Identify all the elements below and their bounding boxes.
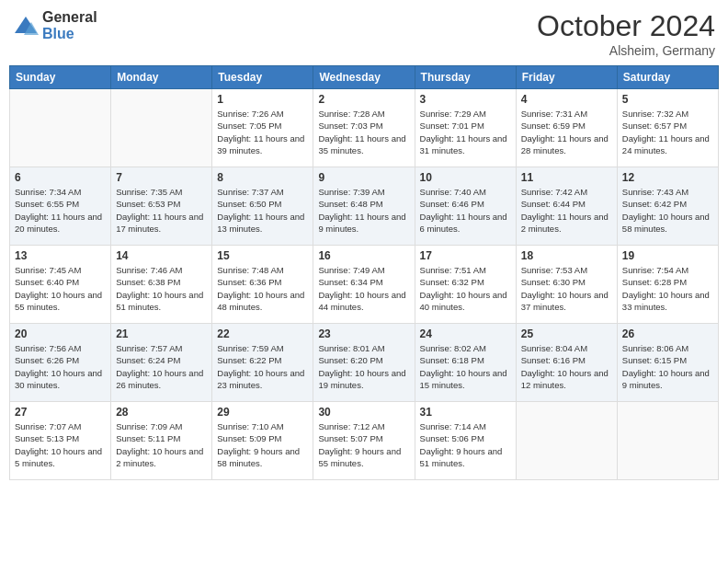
day-info: Sunrise: 7:46 AM Sunset: 6:38 PM Dayligh… <box>116 264 207 313</box>
day-info: Sunrise: 7:56 AM Sunset: 6:26 PM Dayligh… <box>15 342 106 391</box>
calendar-day-cell: 19Sunrise: 7:54 AM Sunset: 6:28 PM Dayli… <box>617 246 718 324</box>
page-header: General Blue October 2024 Alsheim, Germa… <box>9 9 719 58</box>
calendar-day-cell: 8Sunrise: 7:37 AM Sunset: 6:50 PM Daylig… <box>212 167 313 246</box>
day-info: Sunrise: 7:39 AM Sunset: 6:48 PM Dayligh… <box>318 186 409 235</box>
logo-text: General Blue <box>42 9 97 41</box>
calendar-week-row: 27Sunrise: 7:07 AM Sunset: 5:13 PM Dayli… <box>10 402 719 480</box>
calendar-day-cell: 1Sunrise: 7:26 AM Sunset: 7:05 PM Daylig… <box>212 89 313 167</box>
day-number: 27 <box>15 406 106 419</box>
logo-icon <box>13 13 39 39</box>
calendar-day-cell: 25Sunrise: 8:04 AM Sunset: 6:16 PM Dayli… <box>516 324 617 402</box>
calendar-day-cell: 4Sunrise: 7:31 AM Sunset: 6:59 PM Daylig… <box>516 89 617 167</box>
day-number: 25 <box>521 327 612 340</box>
calendar-week-row: 6Sunrise: 7:34 AM Sunset: 6:55 PM Daylig… <box>10 167 719 246</box>
day-info: Sunrise: 7:59 AM Sunset: 6:22 PM Dayligh… <box>217 342 308 391</box>
calendar-week-row: 20Sunrise: 7:56 AM Sunset: 6:26 PM Dayli… <box>10 324 719 402</box>
day-info: Sunrise: 7:57 AM Sunset: 6:24 PM Dayligh… <box>116 342 207 391</box>
title-area: October 2024 Alsheim, Germany <box>537 9 715 58</box>
weekday-header: Thursday <box>415 66 516 89</box>
day-number: 18 <box>521 249 612 262</box>
day-number: 7 <box>116 171 207 184</box>
day-info: Sunrise: 7:45 AM Sunset: 6:40 PM Dayligh… <box>15 264 106 313</box>
day-info: Sunrise: 7:53 AM Sunset: 6:30 PM Dayligh… <box>521 264 612 313</box>
day-info: Sunrise: 7:28 AM Sunset: 7:03 PM Dayligh… <box>318 108 409 156</box>
calendar-day-cell: 20Sunrise: 7:56 AM Sunset: 6:26 PM Dayli… <box>10 324 111 402</box>
calendar-day-cell: 28Sunrise: 7:09 AM Sunset: 5:11 PM Dayli… <box>111 402 212 480</box>
day-number: 26 <box>622 327 713 340</box>
day-info: Sunrise: 7:40 AM Sunset: 6:46 PM Dayligh… <box>420 186 511 235</box>
calendar-day-cell <box>617 402 718 480</box>
day-number: 5 <box>622 93 713 106</box>
day-number: 4 <box>521 93 612 106</box>
calendar-week-row: 13Sunrise: 7:45 AM Sunset: 6:40 PM Dayli… <box>10 246 719 324</box>
calendar-day-cell: 5Sunrise: 7:32 AM Sunset: 6:57 PM Daylig… <box>617 89 718 167</box>
weekday-header: Sunday <box>10 66 111 89</box>
calendar-day-cell: 15Sunrise: 7:48 AM Sunset: 6:36 PM Dayli… <box>212 246 313 324</box>
day-number: 9 <box>318 171 409 184</box>
day-number: 15 <box>217 249 308 262</box>
calendar-day-cell: 2Sunrise: 7:28 AM Sunset: 7:03 PM Daylig… <box>313 89 415 167</box>
calendar-day-cell: 23Sunrise: 8:01 AM Sunset: 6:20 PM Dayli… <box>313 324 415 402</box>
day-number: 22 <box>217 327 308 340</box>
calendar-day-cell: 17Sunrise: 7:51 AM Sunset: 6:32 PM Dayli… <box>415 246 516 324</box>
day-number: 28 <box>116 406 207 419</box>
calendar-day-cell: 24Sunrise: 8:02 AM Sunset: 6:18 PM Dayli… <box>415 324 516 402</box>
day-info: Sunrise: 7:42 AM Sunset: 6:44 PM Dayligh… <box>521 186 612 235</box>
calendar-day-cell: 3Sunrise: 7:29 AM Sunset: 7:01 PM Daylig… <box>415 89 516 167</box>
day-number: 30 <box>318 406 409 419</box>
calendar-day-cell: 6Sunrise: 7:34 AM Sunset: 6:55 PM Daylig… <box>10 167 111 246</box>
calendar-day-cell: 26Sunrise: 8:06 AM Sunset: 6:15 PM Dayli… <box>617 324 718 402</box>
day-info: Sunrise: 7:49 AM Sunset: 6:34 PM Dayligh… <box>318 264 409 313</box>
location: Alsheim, Germany <box>537 43 715 58</box>
day-number: 12 <box>622 171 713 184</box>
day-info: Sunrise: 7:31 AM Sunset: 6:59 PM Dayligh… <box>521 108 612 156</box>
day-number: 3 <box>420 93 511 106</box>
calendar-day-cell: 14Sunrise: 7:46 AM Sunset: 6:38 PM Dayli… <box>111 246 212 324</box>
calendar-day-cell: 18Sunrise: 7:53 AM Sunset: 6:30 PM Dayli… <box>516 246 617 324</box>
day-info: Sunrise: 7:09 AM Sunset: 5:11 PM Dayligh… <box>116 420 207 469</box>
day-number: 16 <box>318 249 409 262</box>
day-number: 20 <box>15 327 106 340</box>
day-number: 14 <box>116 249 207 262</box>
day-number: 19 <box>622 249 713 262</box>
day-number: 17 <box>420 249 511 262</box>
calendar-day-cell: 9Sunrise: 7:39 AM Sunset: 6:48 PM Daylig… <box>313 167 415 246</box>
calendar-day-cell: 13Sunrise: 7:45 AM Sunset: 6:40 PM Dayli… <box>10 246 111 324</box>
day-info: Sunrise: 7:07 AM Sunset: 5:13 PM Dayligh… <box>15 420 106 469</box>
calendar-day-cell: 29Sunrise: 7:10 AM Sunset: 5:09 PM Dayli… <box>212 402 313 480</box>
day-info: Sunrise: 7:26 AM Sunset: 7:05 PM Dayligh… <box>217 108 308 156</box>
calendar-day-cell: 11Sunrise: 7:42 AM Sunset: 6:44 PM Dayli… <box>516 167 617 246</box>
weekday-header: Tuesday <box>212 66 313 89</box>
weekday-header: Friday <box>516 66 617 89</box>
day-number: 1 <box>217 93 308 106</box>
day-number: 10 <box>420 171 511 184</box>
day-info: Sunrise: 8:02 AM Sunset: 6:18 PM Dayligh… <box>420 342 511 391</box>
calendar-day-cell: 7Sunrise: 7:35 AM Sunset: 6:53 PM Daylig… <box>111 167 212 246</box>
logo-blue: Blue <box>42 26 97 42</box>
day-info: Sunrise: 7:37 AM Sunset: 6:50 PM Dayligh… <box>217 186 308 235</box>
calendar-day-cell: 16Sunrise: 7:49 AM Sunset: 6:34 PM Dayli… <box>313 246 415 324</box>
calendar-day-cell <box>10 89 111 167</box>
day-info: Sunrise: 7:54 AM Sunset: 6:28 PM Dayligh… <box>622 264 713 313</box>
day-info: Sunrise: 8:01 AM Sunset: 6:20 PM Dayligh… <box>318 342 409 391</box>
day-number: 21 <box>116 327 207 340</box>
day-number: 23 <box>318 327 409 340</box>
day-info: Sunrise: 7:35 AM Sunset: 6:53 PM Dayligh… <box>116 186 207 235</box>
day-info: Sunrise: 7:14 AM Sunset: 5:06 PM Dayligh… <box>420 420 511 469</box>
day-number: 6 <box>15 171 106 184</box>
calendar-day-cell: 30Sunrise: 7:12 AM Sunset: 5:07 PM Dayli… <box>313 402 415 480</box>
day-number: 24 <box>420 327 511 340</box>
day-info: Sunrise: 7:43 AM Sunset: 6:42 PM Dayligh… <box>622 186 713 235</box>
weekday-header: Monday <box>111 66 212 89</box>
calendar-table: SundayMondayTuesdayWednesdayThursdayFrid… <box>9 65 719 480</box>
day-info: Sunrise: 8:06 AM Sunset: 6:15 PM Dayligh… <box>622 342 713 391</box>
calendar-day-cell <box>516 402 617 480</box>
calendar-day-cell: 21Sunrise: 7:57 AM Sunset: 6:24 PM Dayli… <box>111 324 212 402</box>
day-info: Sunrise: 7:10 AM Sunset: 5:09 PM Dayligh… <box>217 420 308 469</box>
day-number: 31 <box>420 406 511 419</box>
day-info: Sunrise: 7:12 AM Sunset: 5:07 PM Dayligh… <box>318 420 409 469</box>
day-number: 13 <box>15 249 106 262</box>
day-info: Sunrise: 8:04 AM Sunset: 6:16 PM Dayligh… <box>521 342 612 391</box>
day-info: Sunrise: 7:48 AM Sunset: 6:36 PM Dayligh… <box>217 264 308 313</box>
day-number: 2 <box>318 93 409 106</box>
